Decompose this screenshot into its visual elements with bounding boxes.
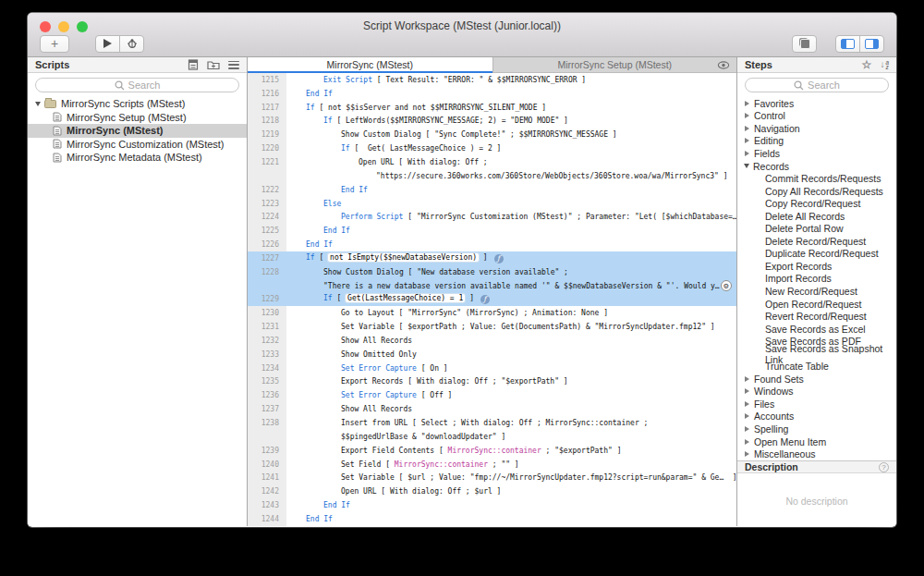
- step-item-copy-all-records-requests[interactable]: Copy All Records/Requests: [737, 185, 896, 198]
- step-group-spelling[interactable]: Spelling: [737, 423, 896, 435]
- step-item-save-records-as-snapshot-link[interactable]: Save Records as Snapshot Link: [737, 348, 896, 361]
- step-group-fields[interactable]: Fields: [737, 147, 896, 160]
- disclosure-triangle-icon[interactable]: [35, 102, 41, 106]
- disclosure-triangle-icon[interactable]: [745, 113, 749, 118]
- code-line-1230[interactable]: 1230Go to Layout [ "MirrorSync" (MirrorS…: [248, 306, 736, 320]
- sort-az-icon[interactable]: ↓az: [880, 60, 889, 70]
- code-line-1225[interactable]: 1225End If: [248, 224, 736, 238]
- disclosure-triangle-icon[interactable]: [745, 401, 749, 407]
- step-group-control[interactable]: Control: [737, 110, 896, 123]
- code-line-1233[interactable]: 1233Show Omitted Only: [248, 348, 736, 362]
- disclosure-triangle-icon[interactable]: [745, 413, 749, 419]
- code-line-1231[interactable]: 1231Set Variable [ $exportPath ; Value: …: [248, 320, 736, 334]
- code-line-1222[interactable]: 1222End If: [248, 183, 736, 197]
- eye-icon[interactable]: [717, 61, 730, 69]
- new-folder-icon[interactable]: [207, 59, 220, 70]
- step-item-duplicate-record-request[interactable]: Duplicate Record/Request: [737, 248, 896, 261]
- new-script-button[interactable]: +: [40, 35, 69, 53]
- code-line-1238[interactable]: 1238Insert from URL [ Select ; With dial…: [248, 416, 736, 430]
- toggle-left-pane-button[interactable]: [835, 35, 860, 53]
- tab-mirrorsync-setup-mstest[interactable]: MirrorSync Setup (MStest): [492, 57, 737, 73]
- code-line-1240[interactable]: 1240Set Field [ MirrorSync::container ; …: [248, 458, 736, 472]
- step-group-accounts[interactable]: Accounts: [737, 411, 896, 423]
- code-line-1221[interactable]: 1221Open URL [ With dialog: Off ;: [248, 155, 736, 169]
- fx-icon[interactable]: ƒ: [494, 254, 504, 263]
- disclosure-triangle-icon[interactable]: [745, 388, 749, 394]
- code-line-1220[interactable]: 1220If [ Get( LastMessageChoice ) = 2 ]: [248, 141, 736, 155]
- step-group-windows[interactable]: Windows: [737, 386, 896, 398]
- script-item-mirrorsync-customization-mstest[interactable]: MirrorSync Customization (MStest): [28, 138, 247, 152]
- script-item-mirrorsync-setup-mstest[interactable]: MirrorSync Setup (MStest): [28, 111, 247, 125]
- step-group-editing[interactable]: Editing: [737, 135, 896, 148]
- step-item-delete-portal-row[interactable]: Delete Portal Row: [737, 222, 896, 235]
- step-item-open-record-request[interactable]: Open Record/Request: [737, 298, 896, 311]
- disclosure-triangle-icon[interactable]: [745, 151, 749, 156]
- step-item-export-records[interactable]: Export Records: [737, 260, 896, 273]
- code-line-1239[interactable]: 1239Export Field Contents [ MirrorSync::…: [248, 444, 736, 458]
- disclosure-triangle-icon[interactable]: [745, 376, 749, 382]
- debug-script-button[interactable]: [119, 35, 144, 53]
- code-line-1219[interactable]: 1219Show Custom Dialog [ "Sync Complete!…: [248, 128, 736, 141]
- menu-icon[interactable]: [228, 61, 239, 69]
- toggle-right-pane-button[interactable]: [859, 35, 884, 53]
- step-group-miscellaneous[interactable]: Miscellaneous: [737, 447, 896, 460]
- step-group-records[interactable]: Records: [737, 160, 896, 173]
- tab-mirrorsync-mstest[interactable]: MirrorSync (MStest): [248, 57, 492, 73]
- code-line-1223[interactable]: 1223Else: [248, 197, 736, 211]
- step-item-delete-all-records[interactable]: Delete All Records: [737, 210, 896, 223]
- code-line-1218[interactable]: 1218If [ LeftWords($$MIRRORSYNC_MESSAGE;…: [248, 115, 736, 129]
- disclosure-triangle-icon[interactable]: [745, 439, 749, 445]
- code-line-1215[interactable]: 1215Exit Script [ Text Result: "ERROR: "…: [248, 73, 736, 87]
- disclosure-triangle-icon[interactable]: [745, 126, 749, 131]
- step-group-open-menu-item[interactable]: Open Menu Item: [737, 435, 896, 448]
- step-group-favorites[interactable]: Favorites: [737, 97, 896, 110]
- step-item-delete-record-request[interactable]: Delete Record/Request: [737, 235, 896, 248]
- gear-icon[interactable]: ⚙: [721, 280, 732, 291]
- code-line-1226[interactable]: 1226End If: [248, 238, 736, 251]
- code-line-1224[interactable]: 1224Perform Script [ "MirrorSync Customi…: [248, 210, 736, 224]
- script-item-mirrorsync-mstest[interactable]: MirrorSync (MStest): [28, 124, 247, 138]
- code-line-1228[interactable]: 1228Show Custom Dialog [ "New database v…: [248, 265, 736, 279]
- code-line-1229[interactable]: 1229If [ Get(LastMessageChoice) = 1 ] ƒ: [248, 293, 736, 307]
- disclosure-triangle-icon[interactable]: [745, 426, 749, 432]
- code-line-1236[interactable]: 1236Set Error Capture [ Off ]: [248, 388, 736, 402]
- code-line-1244[interactable]: 1244End If: [248, 512, 736, 526]
- scripts-search-input[interactable]: Search: [35, 78, 239, 92]
- step-item-copy-record-request[interactable]: Copy Record/Request: [737, 197, 896, 210]
- step-item-revert-record-request[interactable]: Revert Record/Request: [737, 310, 896, 323]
- code-line-continuation[interactable]: "https://secure.360works.com/360Store/We…: [248, 169, 736, 183]
- run-script-button[interactable]: [95, 35, 120, 53]
- disclosure-triangle-icon[interactable]: [745, 138, 749, 143]
- code-line-continuation[interactable]: ⚙"There is a new database version availa…: [248, 279, 736, 293]
- code-line-1243[interactable]: 1243End If: [248, 498, 736, 512]
- step-item-new-record-request[interactable]: New Record/Request: [737, 285, 896, 298]
- code-line-1241[interactable]: 1241Set Variable [ $url ; Value: "fmp://…: [248, 471, 736, 484]
- code-line-1242[interactable]: 1242Open URL [ With dialog: Off ; $url ]: [248, 484, 736, 498]
- script-item-mirrorsync-metadata-mstest[interactable]: MirrorSync Metadata (MStest): [28, 151, 247, 165]
- steps-search-input[interactable]: Search: [745, 78, 889, 92]
- script-folder-mirrorsync-scripts-mstest[interactable]: MirrorSync Scripts (MStest): [28, 97, 247, 111]
- code-line-continuation[interactable]: $$pingedUrlBase & "downloadUpdater" ]: [248, 430, 736, 444]
- step-item-import-records[interactable]: Import Records: [737, 273, 896, 286]
- disclosure-triangle-icon[interactable]: [745, 101, 749, 106]
- step-item-commit-records-requests[interactable]: Commit Records/Requests: [737, 172, 896, 185]
- code-line-1234[interactable]: 1234Set Error Capture [ On ]: [248, 362, 736, 375]
- code-line-1232[interactable]: 1232Show All Records: [248, 334, 736, 348]
- code-line-1217[interactable]: 1217If [ not $$isServer and not $$MIRROR…: [248, 101, 736, 115]
- step-group-files[interactable]: Files: [737, 398, 896, 411]
- star-icon[interactable]: ☆: [862, 59, 872, 70]
- code-line-1235[interactable]: 1235Export Records [ With dialog: Off ; …: [248, 375, 736, 389]
- zoom-button[interactable]: [77, 21, 88, 32]
- code-line-1216[interactable]: 1216End If: [248, 87, 736, 101]
- code-line-1237[interactable]: 1237Show All Records: [248, 402, 736, 416]
- step-group-found-sets[interactable]: Found Sets: [737, 373, 896, 386]
- minimize-button[interactable]: [58, 21, 69, 32]
- fx-icon[interactable]: ƒ: [480, 295, 490, 304]
- step-group-navigation[interactable]: Navigation: [737, 122, 896, 135]
- script-code-area[interactable]: 1215Exit Script [ Text Result: "ERROR: "…: [248, 73, 736, 526]
- script-list-icon[interactable]: [188, 59, 199, 70]
- disclosure-triangle-icon[interactable]: [745, 451, 749, 457]
- disclosure-triangle-icon[interactable]: [744, 164, 749, 168]
- step-item-save-records-as-excel[interactable]: Save Records as Excel: [737, 323, 896, 336]
- duplicate-window-button[interactable]: [792, 35, 817, 53]
